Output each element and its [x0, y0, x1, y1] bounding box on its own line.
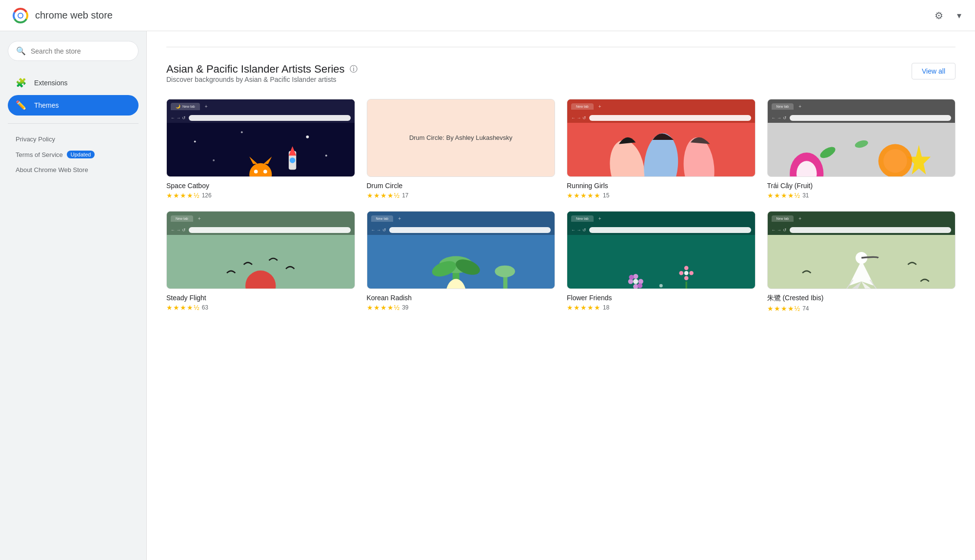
star-rating: ★★★★½: [166, 192, 200, 199]
svg-marker-12: [249, 156, 258, 164]
theme-thumb-trai-cay: New tab + ← → ↺: [767, 99, 956, 177]
theme-card-flower-friends[interactable]: New tab + ← → ↺: [567, 211, 756, 312]
browser-toolbar: ← → ↺: [768, 113, 955, 123]
review-count: 15: [603, 192, 609, 199]
browser-tab-bar: New tab +: [167, 212, 355, 225]
app-title: chrome web store: [35, 10, 113, 21]
running-illustration: [567, 127, 755, 177]
theme-card-drum-circle[interactable]: Drum Circle: By Ashley Lukashevsky Drum …: [367, 99, 556, 199]
review-count: 63: [202, 304, 208, 311]
app-layout: 🔍 🧩 Extensions ✏️ Themes Privacy Policy …: [0, 31, 975, 560]
svg-point-17: [605, 137, 649, 177]
section-header: Asian & Pacific Islander Artists Series …: [166, 63, 955, 95]
nav-back: ← → ↺: [171, 228, 186, 232]
svg-marker-13: [263, 156, 272, 164]
theme-card-korean-radish[interactable]: New tab + ← → ↺: [367, 211, 556, 312]
ibis-illustration: [768, 239, 955, 289]
account-chevron[interactable]: ▾: [955, 8, 963, 23]
nav-back: ← → ↺: [772, 228, 787, 232]
review-count: 74: [802, 305, 809, 312]
review-count: 39: [402, 304, 408, 311]
browser-mock: New tab + ← → ↺: [567, 99, 755, 176]
review-count: 17: [402, 192, 408, 199]
theme-card-trai-cay[interactable]: New tab + ← → ↺: [767, 99, 956, 199]
theme-thumb-flower-friends: New tab + ← → ↺: [567, 211, 756, 289]
review-count: 31: [802, 192, 809, 199]
theme-name: Running Girls: [567, 182, 756, 190]
view-all-button[interactable]: View all: [912, 63, 955, 79]
theme-name: Drum Circle: [367, 182, 556, 190]
theme-name: Space Catboy: [166, 182, 355, 190]
svg-point-49: [629, 275, 634, 280]
svg-point-25: [818, 145, 837, 160]
new-tab-plus: +: [798, 216, 801, 221]
sidebar-item-themes[interactable]: ✏️ Themes: [8, 95, 139, 116]
svg-point-29: [245, 270, 276, 289]
svg-point-9: [249, 163, 272, 177]
browser-toolbar: ← → ↺: [167, 225, 355, 235]
section-title-area: Asian & Pacific Islander Artists Series …: [166, 63, 358, 95]
browser-toolbar: ← → ↺: [567, 225, 755, 235]
search-box[interactable]: 🔍: [8, 41, 139, 61]
section-title-wrap: Asian & Pacific Islander Artists Series …: [166, 63, 358, 76]
star-rating: ★★★★½: [367, 192, 400, 199]
svg-point-45: [633, 274, 638, 279]
theme-card-steady-flight[interactable]: New tab + ← → ↺: [166, 211, 355, 312]
nav-back: ← → ↺: [571, 228, 586, 232]
theme-thumb-steady-flight: New tab + ← → ↺: [166, 211, 355, 289]
search-input[interactable]: [31, 47, 130, 55]
omnibox: [189, 227, 350, 233]
browser-mock: New tab + ← → ↺: [768, 212, 955, 289]
drum-label: Drum Circle: By Ashley Lukashevsky: [405, 129, 517, 147]
browser-tab-bar: New tab +: [768, 212, 955, 225]
theme-card-running-girls[interactable]: New tab + ← → ↺: [567, 99, 756, 199]
svg-point-61: [659, 284, 663, 288]
svg-point-63: [706, 289, 709, 289]
theme-name: 朱鷺 (Crested Ibis): [767, 294, 956, 303]
star-rating: ★★★★½: [367, 304, 400, 311]
themes-grid: 🌙 New tab + ← → ↺: [166, 99, 955, 312]
svg-point-10: [254, 170, 258, 174]
browser-tab: New tab: [371, 215, 394, 222]
sidebar-item-extensions[interactable]: 🧩 Extensions: [8, 73, 139, 93]
privacy-policy-link[interactable]: Privacy Policy: [8, 132, 139, 147]
fruit-illustration: [768, 127, 955, 177]
omnibox: [589, 227, 751, 233]
theme-card-space-catboy[interactable]: 🌙 New tab + ← → ↺: [166, 99, 355, 199]
tos-label: Terms of Service: [16, 151, 63, 158]
section-title: Asian & Pacific Islander Artists Series: [166, 63, 345, 76]
theme-rating: ★★★★½ 17: [367, 192, 556, 199]
tos-link[interactable]: Terms of Service Updated: [8, 147, 139, 162]
settings-button[interactable]: ⚙: [931, 6, 947, 25]
svg-point-53: [684, 276, 689, 280]
top-divider: [166, 47, 955, 47]
theme-card-crested-ibis[interactable]: New tab + ← → ↺: [767, 211, 956, 312]
main-content: Asian & Pacific Islander Artists Series …: [146, 31, 975, 560]
theme-thumb-korean-radish: New tab + ← → ↺: [367, 211, 556, 289]
svg-point-16: [290, 157, 296, 163]
section-subtitle: Discover backgrounds by Asian & Pacific …: [166, 76, 358, 83]
svg-point-50: [637, 283, 642, 288]
theme-rating: ★★★★½ 39: [367, 304, 556, 311]
svg-point-3: [194, 141, 196, 143]
svg-point-7: [213, 159, 215, 161]
sidebar: 🔍 🧩 Extensions ✏️ Themes Privacy Policy …: [0, 31, 146, 560]
search-icon: 🔍: [16, 46, 26, 56]
theme-rating: ★★★★★ 15: [567, 192, 756, 199]
svg-marker-15: [289, 146, 296, 155]
about-link[interactable]: About Chrome Web Store: [8, 162, 139, 177]
info-icon[interactable]: ⓘ: [350, 64, 358, 75]
new-tab-plus: +: [598, 104, 601, 109]
theme-name: Trái Cây (Fruit): [767, 182, 956, 190]
nav-back: ← → ↺: [772, 116, 787, 120]
extensions-label: Extensions: [34, 79, 67, 87]
browser-tab: New tab: [772, 215, 794, 222]
browser-tab-bar: New tab +: [567, 99, 755, 113]
star-rating: ★★★★½: [767, 305, 801, 312]
theme-rating: ★★★★½ 31: [767, 192, 956, 199]
theme-thumb-space-catboy: 🌙 New tab + ← → ↺: [166, 99, 355, 177]
svg-point-5: [306, 135, 309, 138]
theme-rating: ★★★★★ 18: [567, 304, 756, 311]
header-actions: ⚙ ▾: [931, 6, 963, 25]
browser-content: [567, 235, 755, 289]
